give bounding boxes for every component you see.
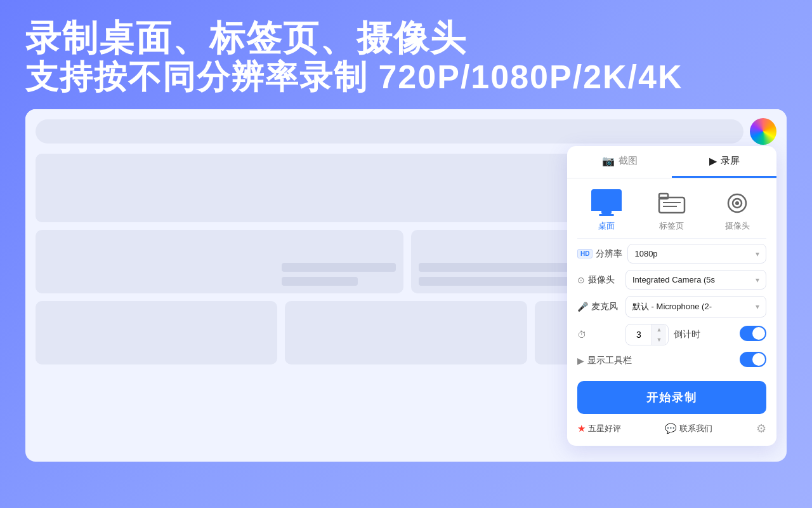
screenshot-tab-icon: 📷 [602, 155, 615, 167]
footer-rating-label: 五星好评 [588, 423, 621, 434]
tab-mode-svg [658, 191, 686, 214]
toolbar-toggle-wrap [740, 352, 766, 370]
resolution-label: HD 分辨率 [577, 248, 622, 260]
microphone-select[interactable]: 默认 - Microphone (2- ▾ [625, 296, 766, 318]
footer-contact[interactable]: 💬 联系我们 [665, 423, 712, 434]
svg-point-6 [735, 201, 739, 205]
camera-label: ⊙ 摄像头 [577, 274, 620, 286]
camera-icon: ⊙ [577, 275, 585, 285]
countdown-input-wrap[interactable]: ▲ ▼ [625, 324, 669, 345]
tab-record-label: 录屏 [721, 155, 740, 167]
countdown-text: 倒计时 [674, 329, 700, 340]
microphone-icon: 🎤 [577, 302, 588, 312]
microphone-label-text: 麦克风 [591, 301, 618, 312]
toolbar-icon: ▶ [577, 356, 584, 366]
toolbar-toggle[interactable] [740, 352, 766, 367]
countdown-up-arrow[interactable]: ▲ [652, 324, 666, 335]
camera-select[interactable]: Integrated Camera (5s ▾ [625, 270, 766, 290]
mini-bar-2 [282, 277, 358, 286]
mode-desktop[interactable]: 桌面 [590, 189, 623, 232]
microphone-row: 🎤 麦克风 默认 - Microphone (2- ▾ [577, 296, 766, 318]
svg-rect-1 [659, 194, 668, 199]
countdown-arrows: ▲ ▼ [652, 324, 666, 345]
mini-bar-1 [282, 263, 396, 272]
footer-rating[interactable]: ★ 五星好评 [577, 423, 621, 434]
browser-search-bar[interactable] [36, 119, 743, 144]
panel-footer: ★ 五星好评 💬 联系我们 ⚙ [567, 422, 776, 436]
microphone-label: 🎤 麦克风 [577, 301, 620, 312]
desktop-screen [591, 189, 622, 211]
microphone-value: 默认 - Microphone (2- [632, 301, 753, 312]
resolution-value: 1080p [634, 249, 753, 258]
mode-tab-label: 标签页 [659, 220, 684, 232]
tab-icon-box [655, 189, 688, 217]
mode-desktop-label: 桌面 [598, 220, 615, 232]
countdown-down-arrow[interactable]: ▼ [652, 335, 666, 345]
content-block-left [36, 230, 403, 293]
start-record-button[interactable]: 开始录制 [577, 381, 766, 414]
header-line2: 支持按不同分辨率录制 720P/1080P/2K/4K [25, 58, 787, 97]
hd-badge: HD [577, 249, 593, 258]
microphone-chevron-icon: ▾ [756, 302, 759, 311]
settings-divider-1 [577, 238, 766, 239]
record-tab-icon: ▶ [709, 155, 717, 167]
countdown-toggle-wrap [740, 326, 766, 344]
camera-value: Integrated Camera (5s [632, 275, 753, 284]
chat-icon: 💬 [665, 423, 677, 434]
record-panel: 📷 截图 ▶ 录屏 桌面 [567, 146, 776, 446]
mode-selector: 桌面 标签页 [567, 178, 776, 237]
settings-area: HD 分辨率 1080p ▾ ⊙ 摄像头 Integrated Camera (… [567, 240, 776, 373]
countdown-label: ⏱ [577, 330, 620, 340]
gear-icon[interactable]: ⚙ [756, 422, 766, 436]
camera-mode-svg [724, 191, 750, 214]
mode-tab[interactable]: 标签页 [655, 189, 688, 232]
mode-camera-label: 摄像头 [725, 220, 750, 232]
countdown-row: ⏱ ▲ ▼ 倒计时 [577, 324, 766, 345]
mode-camera[interactable]: 摄像头 [721, 189, 754, 232]
clock-icon: ⏱ [577, 330, 586, 340]
resolution-label-text: 分辨率 [596, 248, 622, 260]
panel-tabs: 📷 截图 ▶ 录屏 [567, 146, 776, 178]
resolution-select[interactable]: 1080p ▾ [627, 244, 766, 264]
tab-screenshot[interactable]: 📷 截图 [567, 146, 672, 178]
camera-row: ⊙ 摄像头 Integrated Camera (5s ▾ [577, 270, 766, 290]
toolbar-label-text: 显示工具栏 [587, 355, 632, 366]
footer-contact-label: 联系我们 [679, 423, 712, 434]
browser-avatar [750, 118, 776, 145]
content-block-r3-2 [285, 301, 527, 364]
countdown-input[interactable] [626, 326, 652, 344]
header-line1: 录制桌面、标签页、摄像头 [25, 18, 787, 58]
star-icon: ★ [577, 423, 586, 434]
header-area: 录制桌面、标签页、摄像头 支持按不同分辨率录制 720P/1080P/2K/4K [0, 0, 812, 109]
camera-label-text: 摄像头 [588, 274, 615, 286]
countdown-toggle[interactable] [740, 326, 766, 341]
desktop-icon-box [590, 189, 623, 217]
content-block-r3-1 [36, 301, 277, 364]
resolution-chevron-icon: ▾ [756, 250, 759, 258]
svg-rect-0 [659, 197, 684, 213]
desktop-icon [591, 189, 622, 216]
desktop-base [599, 214, 614, 216]
resolution-row: HD 分辨率 1080p ▾ [577, 244, 766, 264]
tab-record[interactable]: ▶ 录屏 [672, 146, 776, 178]
camera-chevron-icon: ▾ [756, 276, 759, 284]
toolbar-row: ▶ 显示工具栏 [577, 352, 766, 370]
camera-icon-box [721, 189, 754, 217]
main-content-area: 📷 截图 ▶ 录屏 桌面 [25, 109, 787, 462]
toolbar-label: ▶ 显示工具栏 [577, 355, 735, 366]
tab-screenshot-label: 截图 [619, 155, 638, 167]
